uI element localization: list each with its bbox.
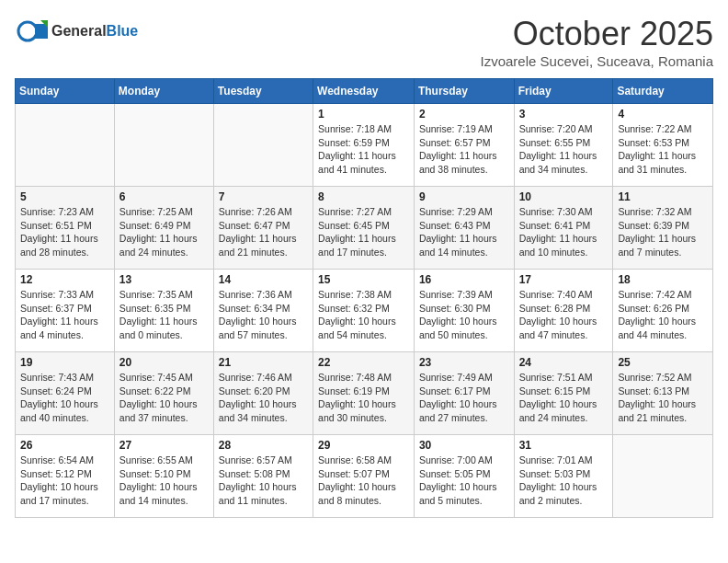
day-number: 14	[219, 273, 308, 286]
day-info: Sunrise: 7:36 AM Sunset: 6:34 PM Dayligh…	[219, 288, 308, 342]
calendar-week-row: 26Sunrise: 6:54 AM Sunset: 5:12 PM Dayli…	[16, 435, 713, 518]
day-number: 26	[20, 439, 109, 452]
day-info: Sunrise: 7:01 AM Sunset: 5:03 PM Dayligh…	[519, 454, 609, 508]
calendar-cell: 11Sunrise: 7:32 AM Sunset: 6:39 PM Dayli…	[613, 187, 713, 270]
day-number: 29	[318, 439, 409, 452]
day-number: 16	[419, 273, 509, 286]
weekday-header-wednesday: Wednesday	[313, 79, 415, 104]
day-info: Sunrise: 6:57 AM Sunset: 5:08 PM Dayligh…	[219, 454, 308, 508]
day-number: 11	[618, 190, 708, 203]
calendar-cell	[16, 104, 115, 187]
calendar-cell: 28Sunrise: 6:57 AM Sunset: 5:08 PM Dayli…	[213, 435, 313, 518]
calendar-cell: 29Sunrise: 6:58 AM Sunset: 5:07 PM Dayli…	[313, 435, 415, 518]
day-number: 2	[419, 108, 509, 121]
day-info: Sunrise: 7:00 AM Sunset: 5:05 PM Dayligh…	[419, 454, 509, 508]
day-number: 12	[20, 273, 109, 286]
day-number: 4	[618, 108, 708, 121]
calendar-cell: 6Sunrise: 7:25 AM Sunset: 6:49 PM Daylig…	[114, 187, 213, 270]
calendar-cell: 19Sunrise: 7:43 AM Sunset: 6:24 PM Dayli…	[16, 352, 115, 435]
calendar-cell: 14Sunrise: 7:36 AM Sunset: 6:34 PM Dayli…	[213, 270, 313, 352]
day-number: 15	[318, 273, 409, 286]
day-number: 18	[618, 273, 708, 286]
day-info: Sunrise: 7:25 AM Sunset: 6:49 PM Dayligh…	[119, 205, 209, 259]
day-info: Sunrise: 7:19 AM Sunset: 6:57 PM Dayligh…	[419, 122, 509, 177]
day-info: Sunrise: 7:51 AM Sunset: 6:15 PM Dayligh…	[519, 371, 609, 425]
calendar-cell: 31Sunrise: 7:01 AM Sunset: 5:03 PM Dayli…	[514, 435, 613, 518]
calendar-cell: 17Sunrise: 7:40 AM Sunset: 6:28 PM Dayli…	[514, 270, 613, 352]
day-number: 17	[519, 273, 609, 286]
svg-marker-1	[35, 24, 48, 39]
calendar-cell: 3Sunrise: 7:20 AM Sunset: 6:55 PM Daylig…	[514, 104, 613, 187]
calendar-cell: 27Sunrise: 6:55 AM Sunset: 5:10 PM Dayli…	[114, 435, 213, 518]
day-number: 23	[419, 356, 509, 369]
day-number: 19	[20, 356, 109, 369]
calendar-week-row: 12Sunrise: 7:33 AM Sunset: 6:37 PM Dayli…	[16, 270, 713, 352]
day-info: Sunrise: 7:20 AM Sunset: 6:55 PM Dayligh…	[519, 122, 609, 177]
calendar-cell: 9Sunrise: 7:29 AM Sunset: 6:43 PM Daylig…	[414, 187, 514, 270]
day-info: Sunrise: 6:58 AM Sunset: 5:07 PM Dayligh…	[318, 454, 409, 508]
day-number: 28	[219, 439, 308, 452]
calendar-cell: 8Sunrise: 7:27 AM Sunset: 6:45 PM Daylig…	[313, 187, 415, 270]
day-info: Sunrise: 7:38 AM Sunset: 6:32 PM Dayligh…	[318, 288, 409, 342]
day-number: 10	[519, 190, 609, 203]
calendar-cell: 23Sunrise: 7:49 AM Sunset: 6:17 PM Dayli…	[414, 352, 514, 435]
weekday-header-tuesday: Tuesday	[213, 79, 313, 104]
day-info: Sunrise: 7:29 AM Sunset: 6:43 PM Dayligh…	[419, 205, 509, 259]
day-info: Sunrise: 7:46 AM Sunset: 6:20 PM Dayligh…	[219, 371, 308, 425]
logo-blue: Blue	[107, 23, 139, 39]
calendar-cell: 13Sunrise: 7:35 AM Sunset: 6:35 PM Dayli…	[114, 270, 213, 352]
day-info: Sunrise: 7:23 AM Sunset: 6:51 PM Dayligh…	[20, 205, 109, 259]
logo: GeneralBlue	[15, 15, 138, 48]
day-number: 6	[119, 190, 209, 203]
location: Izvoarele Sucevei, Suceava, Romania	[481, 53, 713, 69]
day-info: Sunrise: 7:40 AM Sunset: 6:28 PM Dayligh…	[519, 288, 609, 342]
day-info: Sunrise: 7:22 AM Sunset: 6:53 PM Dayligh…	[618, 122, 708, 177]
day-number: 31	[519, 439, 609, 452]
calendar-cell: 15Sunrise: 7:38 AM Sunset: 6:32 PM Dayli…	[313, 270, 415, 352]
day-number: 27	[119, 439, 209, 452]
month-title: October 2025	[481, 15, 713, 53]
svg-point-0	[18, 22, 37, 40]
day-info: Sunrise: 7:32 AM Sunset: 6:39 PM Dayligh…	[618, 205, 708, 259]
day-info: Sunrise: 7:52 AM Sunset: 6:13 PM Dayligh…	[618, 371, 708, 425]
calendar-cell: 18Sunrise: 7:42 AM Sunset: 6:26 PM Dayli…	[613, 270, 713, 352]
weekday-header-thursday: Thursday	[414, 79, 514, 104]
calendar-cell: 25Sunrise: 7:52 AM Sunset: 6:13 PM Dayli…	[613, 352, 713, 435]
day-info: Sunrise: 6:54 AM Sunset: 5:12 PM Dayligh…	[20, 454, 109, 508]
calendar-cell: 24Sunrise: 7:51 AM Sunset: 6:15 PM Dayli…	[514, 352, 613, 435]
day-number: 7	[219, 190, 308, 203]
day-number: 21	[219, 356, 308, 369]
day-info: Sunrise: 7:18 AM Sunset: 6:59 PM Dayligh…	[318, 122, 409, 177]
day-info: Sunrise: 7:43 AM Sunset: 6:24 PM Dayligh…	[20, 371, 109, 425]
logo-icon	[15, 15, 48, 48]
day-info: Sunrise: 7:39 AM Sunset: 6:30 PM Dayligh…	[419, 288, 509, 342]
day-number: 13	[119, 273, 209, 286]
day-number: 3	[519, 108, 609, 121]
weekday-header-row: SundayMondayTuesdayWednesdayThursdayFrid…	[16, 79, 713, 104]
calendar-cell	[613, 435, 713, 518]
day-number: 5	[20, 190, 109, 203]
day-number: 22	[318, 356, 409, 369]
day-info: Sunrise: 7:26 AM Sunset: 6:47 PM Dayligh…	[219, 205, 308, 259]
day-number: 30	[419, 439, 509, 452]
calendar-cell: 4Sunrise: 7:22 AM Sunset: 6:53 PM Daylig…	[613, 104, 713, 187]
calendar-cell: 21Sunrise: 7:46 AM Sunset: 6:20 PM Dayli…	[213, 352, 313, 435]
calendar-cell: 26Sunrise: 6:54 AM Sunset: 5:12 PM Dayli…	[16, 435, 115, 518]
day-number: 20	[119, 356, 209, 369]
calendar-cell: 2Sunrise: 7:19 AM Sunset: 6:57 PM Daylig…	[414, 104, 514, 187]
day-info: Sunrise: 7:49 AM Sunset: 6:17 PM Dayligh…	[419, 371, 509, 425]
weekday-header-saturday: Saturday	[613, 79, 713, 104]
page-header: GeneralBlue October 2025 Izvoarele Sucev…	[15, 15, 713, 69]
weekday-header-monday: Monday	[114, 79, 213, 104]
calendar-cell	[213, 104, 313, 187]
day-info: Sunrise: 7:27 AM Sunset: 6:45 PM Dayligh…	[318, 205, 409, 259]
calendar-week-row: 1Sunrise: 7:18 AM Sunset: 6:59 PM Daylig…	[16, 104, 713, 187]
day-info: Sunrise: 7:30 AM Sunset: 6:41 PM Dayligh…	[519, 205, 609, 259]
calendar-cell: 5Sunrise: 7:23 AM Sunset: 6:51 PM Daylig…	[16, 187, 115, 270]
day-number: 8	[318, 190, 409, 203]
weekday-header-sunday: Sunday	[16, 79, 115, 104]
day-number: 9	[419, 190, 509, 203]
day-info: Sunrise: 7:42 AM Sunset: 6:26 PM Dayligh…	[618, 288, 708, 342]
day-info: Sunrise: 7:35 AM Sunset: 6:35 PM Dayligh…	[119, 288, 209, 342]
calendar-cell: 10Sunrise: 7:30 AM Sunset: 6:41 PM Dayli…	[514, 187, 613, 270]
